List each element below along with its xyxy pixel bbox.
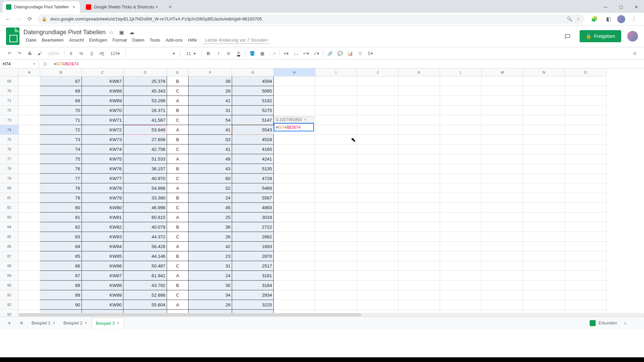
cell[interactable]	[19, 115, 40, 125]
cell[interactable]	[565, 106, 606, 115]
cell[interactable]	[274, 203, 315, 213]
cell[interactable]: 33.380	[123, 193, 167, 203]
cell[interactable]	[440, 222, 482, 232]
chevron-down-icon[interactable]: ▼	[117, 321, 120, 325]
cell[interactable]	[565, 261, 606, 271]
cell[interactable]	[523, 125, 565, 135]
text-color-button[interactable]: A	[234, 49, 243, 58]
cell[interactable]: A	[167, 213, 189, 222]
cell[interactable]	[274, 261, 315, 271]
cell[interactable]: 52	[189, 183, 232, 193]
increase-decimal-button[interactable]: .00̲	[97, 49, 106, 58]
cell[interactable]	[565, 300, 606, 310]
functions-button[interactable]: Σ▾	[366, 49, 375, 58]
chrome-menu-icon[interactable]: ⋮	[629, 14, 639, 24]
cell[interactable]: 61.941	[123, 271, 167, 281]
cell[interactable]: 38	[189, 222, 232, 232]
cell[interactable]	[398, 164, 440, 174]
row-header[interactable]: 78	[0, 164, 19, 174]
print-button[interactable]: 🖶	[25, 49, 34, 58]
cell[interactable]: A	[167, 125, 189, 135]
all-sheets-button[interactable]: ≡	[15, 317, 28, 329]
cell[interactable]	[274, 232, 315, 242]
cell[interactable]	[19, 232, 40, 242]
column-header-I[interactable]: I	[315, 68, 357, 76]
cell[interactable]	[482, 193, 523, 203]
cell[interactable]: A	[167, 242, 189, 251]
row-header[interactable]: 72	[0, 106, 19, 115]
cell[interactable]	[274, 183, 315, 193]
star-icon[interactable]: ☆	[576, 16, 580, 21]
cell[interactable]	[315, 242, 357, 251]
row-header[interactable]: 80	[0, 183, 19, 193]
close-window-button[interactable]: ✕	[629, 1, 644, 13]
select-all-corner[interactable]	[0, 68, 19, 76]
close-icon[interactable]: ×	[304, 117, 306, 122]
cell[interactable]: 69	[40, 96, 82, 106]
row-header[interactable]: 91	[0, 290, 19, 300]
cell[interactable]: 4728	[232, 174, 274, 183]
cell[interactable]	[398, 86, 440, 96]
cell[interactable]	[482, 164, 523, 174]
cell[interactable]	[357, 76, 398, 86]
cell[interactable]	[19, 86, 40, 96]
cell[interactable]	[482, 183, 523, 193]
column-header-K[interactable]: K	[398, 68, 440, 76]
cell[interactable]: 86	[40, 261, 82, 271]
cell[interactable]	[357, 203, 398, 213]
cell[interactable]	[274, 164, 315, 174]
cell[interactable]	[565, 96, 606, 106]
cell[interactable]	[274, 271, 315, 281]
cell[interactable]	[274, 290, 315, 300]
cell[interactable]: 41	[189, 125, 232, 135]
cell[interactable]	[274, 76, 315, 86]
row-header[interactable]: 73	[0, 115, 19, 125]
collapse-toolbar-button[interactable]: ᐱ	[630, 49, 639, 58]
cell[interactable]	[274, 242, 315, 251]
cell[interactable]	[398, 232, 440, 242]
cell[interactable]: 2722	[232, 222, 274, 232]
cell[interactable]	[398, 213, 440, 222]
cell[interactable]	[315, 135, 357, 144]
column-header-O[interactable]: O	[565, 68, 606, 76]
cell[interactable]	[523, 222, 565, 232]
cell[interactable]: A	[167, 96, 189, 106]
cell[interactable]: 43.792	[123, 281, 167, 290]
add-sheet-button[interactable]: +	[3, 317, 15, 329]
cell[interactable]	[357, 164, 398, 174]
move-icon[interactable]: ▣	[119, 29, 126, 36]
cell[interactable]: C	[167, 203, 189, 213]
cell[interactable]	[357, 135, 398, 144]
row-header[interactable]: 83	[0, 213, 19, 222]
cell[interactable]: 53.949	[123, 125, 167, 135]
column-header-H[interactable]: H	[274, 68, 315, 76]
cell[interactable]: 54	[189, 115, 232, 125]
cell[interactable]	[398, 76, 440, 86]
cell[interactable]	[315, 144, 357, 154]
cell[interactable]	[482, 96, 523, 106]
cell[interactable]	[523, 213, 565, 222]
cell[interactable]	[19, 125, 40, 135]
cell[interactable]	[523, 174, 565, 183]
cell[interactable]	[482, 271, 523, 281]
cell[interactable]: A	[167, 300, 189, 310]
cell[interactable]	[357, 300, 398, 310]
cell[interactable]	[398, 281, 440, 290]
cell[interactable]	[565, 193, 606, 203]
zoom-icon[interactable]: 🔍	[567, 16, 572, 21]
cell-area[interactable]: 67KW6725.379B39459468KW6845.343C28506569…	[19, 76, 644, 316]
row-header[interactable]: 90	[0, 281, 19, 290]
cell[interactable]: 2517	[232, 261, 274, 271]
cell[interactable]	[398, 154, 440, 164]
cell[interactable]: KW73	[82, 135, 123, 144]
cell[interactable]	[357, 106, 398, 115]
column-header-A[interactable]: A	[19, 68, 40, 76]
cell[interactable]	[357, 290, 398, 300]
cell[interactable]: 54.866	[123, 183, 167, 193]
cell[interactable]	[482, 232, 523, 242]
cell[interactable]: 45	[189, 203, 232, 213]
cell[interactable]	[274, 281, 315, 290]
cell[interactable]	[19, 106, 40, 115]
cell[interactable]	[523, 183, 565, 193]
extensions-icon[interactable]: 🧩	[589, 14, 600, 24]
